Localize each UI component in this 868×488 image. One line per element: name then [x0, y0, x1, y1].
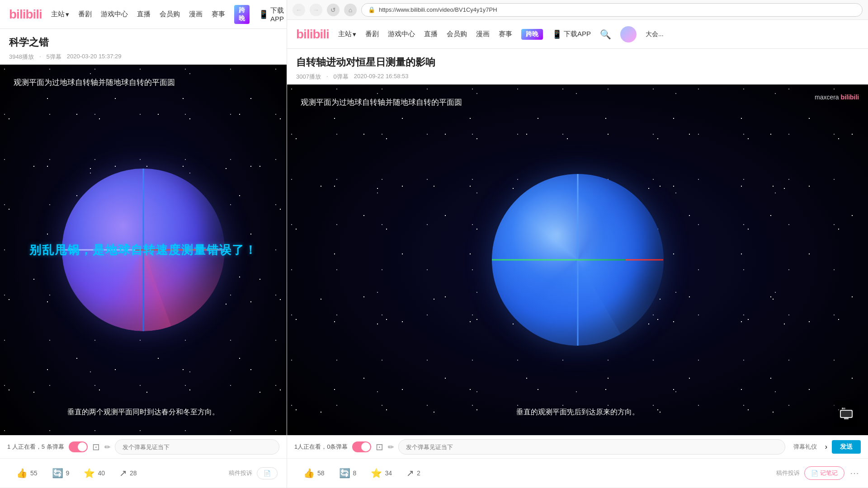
left-share-icon: ↗ [119, 468, 127, 479]
left-video-info: 科学之错 3948播放 · 5弹幕 2020-03-20 15:37:29 [0, 29, 287, 65]
right-nav-highlight[interactable]: 跨晚 [521, 29, 543, 40]
url-bar[interactable]: 🔒 https://www.bilibili.com/video/BV1Cy4y… [361, 3, 863, 17]
left-danmaku-float: 别乱甩锅，是地球自转速度测量错误了！ [29, 242, 257, 258]
nav-series[interactable]: 番剧 [78, 10, 92, 19]
svg-rect-2 [844, 418, 849, 419]
right-panel: ← → ↺ ⌂ 🔒 https://www.bilibili.com/video… [287, 0, 868, 488]
svg-rect-1 [841, 411, 852, 417]
nav-contest[interactable]: 赛事 [212, 10, 225, 19]
left-star-count: 40 [98, 469, 105, 477]
right-globe [492, 174, 664, 346]
back-btn[interactable]: ← [292, 4, 305, 16]
left-share-count: 28 [130, 469, 137, 477]
nav-manga[interactable]: 漫画 [189, 10, 203, 19]
more-btn[interactable]: ⋯ [850, 468, 859, 479]
right-like-count: 58 [317, 469, 325, 477]
right-video-thumb[interactable]: 观测平面为过地球自转轴并随地球自转的平面圆 垂直的观测平面先后到达原来的方向。 … [287, 84, 868, 435]
left-danmaku-input[interactable] [115, 439, 279, 455]
left-video-thumb[interactable]: 观测平面为过地球自转轴并随地球自转的平面圆 垂直的两个观测平面同时到达春分和冬至… [0, 65, 287, 435]
right-nav-game[interactable]: 游戏中心 [388, 30, 415, 38]
left-report-btn[interactable]: 稿件投诉 [224, 466, 257, 480]
nav-game[interactable]: 游戏中心 [101, 10, 128, 19]
nav-home[interactable]: 主站 ▾ [51, 10, 69, 19]
right-nav-vip[interactable]: 会员购 [447, 30, 467, 38]
nav-vip[interactable]: 会员购 [160, 10, 180, 19]
left-coin-btn[interactable]: 🔄 9 [45, 465, 77, 481]
note-icon: 📄 [811, 470, 818, 477]
right-navbar: bilibili 主站 ▾ 番剧 游戏中心 直播 会员购 漫画 赛事 跨晚 📱 … [287, 20, 868, 49]
home-btn[interactable]: ⌂ [344, 4, 357, 16]
left-panel: bilibili 主站 ▾ 番剧 游戏中心 直播 会员购 漫画 赛事 跨晚 📱 … [0, 0, 287, 488]
left-danmaku-bar: 1 人正在看，5 条弹幕 ⊡ ✏ [0, 435, 287, 459]
left-send-icon[interactable]: ✏ [104, 443, 110, 451]
right-action-bar: 👍 58 🔄 8 ⭐ 34 ↗ 2 稿件投诉 📄 记笔记 ⋯ [287, 459, 868, 488]
right-share-icon: ↗ [406, 468, 414, 479]
right-like-btn[interactable]: 👍 58 [296, 465, 332, 481]
right-danmaku-icon[interactable]: ⊡ [376, 441, 383, 452]
refresh-btn[interactable]: ↺ [327, 4, 340, 16]
send-btn[interactable]: 发送 [832, 440, 861, 454]
right-tv-icon[interactable] [834, 401, 859, 426]
forward-btn[interactable]: → [310, 4, 322, 16]
right-coin-btn[interactable]: 🔄 8 [332, 465, 364, 481]
right-nav-home[interactable]: 主站 ▾ [338, 30, 356, 38]
right-video-info: 自转轴进动对恒星日测量的影响 3007播放 · 0弹幕 2020-09-22 1… [287, 49, 868, 84]
right-video-meta: 3007播放 · 0弹幕 2020-09-22 16:58:53 [296, 73, 859, 81]
left-subtitle-bottom: 垂直的两个观测平面同时到达春分和冬至方向。 [67, 408, 219, 417]
left-video-title: 科学之错 [9, 36, 278, 49]
left-collect-icon: 📄 [264, 470, 271, 477]
right-nav-contest[interactable]: 赛事 [499, 30, 512, 38]
right-report-btn[interactable]: 稿件投诉 [772, 466, 804, 480]
nav-live[interactable]: 直播 [137, 10, 151, 19]
svg-point-3 [842, 408, 844, 409]
right-star-icon: ⭐ [371, 468, 382, 479]
left-navbar: bilibili 主站 ▾ 番剧 游戏中心 直播 会员购 漫画 赛事 跨晚 📱 … [0, 0, 287, 29]
right-star-count: 34 [385, 469, 392, 477]
lock-icon: 🔒 [368, 6, 375, 13]
right-star-btn[interactable]: ⭐ 34 [363, 465, 399, 481]
left-like-count: 55 [30, 469, 38, 477]
left-like-icon: 👍 [16, 468, 28, 479]
left-star-btn[interactable]: ⭐ 40 [76, 465, 112, 481]
right-share-btn[interactable]: ↗ 2 [399, 465, 428, 481]
left-subtitle-top: 观测平面为过地球自转轴并随地球自转的平面圆 [14, 77, 175, 88]
right-live-badge: 1人正在看，0条弹幕 [294, 443, 348, 451]
chevron-right-icon: › [825, 443, 827, 451]
right-subtitle-bottom: 垂直的观测平面先后到达原来的方向。 [516, 408, 639, 417]
left-collect-btn[interactable]: 📄 [257, 467, 278, 479]
nav-highlight[interactable]: 跨晚 [234, 5, 250, 24]
right-like-icon: 👍 [303, 468, 315, 479]
right-share-count: 2 [417, 469, 420, 477]
left-star-icon: ⭐ [84, 468, 95, 479]
ceremony-btn[interactable]: 弹幕礼仪 [790, 441, 821, 453]
right-video-title: 自转轴进动对恒星日测量的影响 [296, 56, 859, 69]
right-avatar[interactable] [620, 26, 637, 42]
right-danmaku-input[interactable] [398, 439, 785, 455]
right-nav-download[interactable]: 📱 下载APP [552, 29, 591, 39]
left-video-meta: 3948播放 · 5弹幕 2020-03-20 15:37:29 [9, 53, 278, 61]
right-send-icon[interactable]: ✏ [388, 443, 394, 451]
right-nav-series[interactable]: 番剧 [365, 30, 379, 38]
right-danmaku-toggle[interactable] [352, 441, 371, 452]
left-danmaku-icon[interactable]: ⊡ [92, 441, 100, 452]
right-search-icon[interactable]: 🔍 [600, 29, 611, 40]
right-nav-live[interactable]: 直播 [424, 30, 438, 38]
right-coin-count: 8 [353, 469, 357, 477]
right-danmaku-bar: 1人正在看，0条弹幕 ⊡ ✏ 弹幕礼仪 › 发送 [287, 435, 868, 459]
url-text: https://www.bilibili.com/video/BV1Cy4y1y… [379, 6, 497, 13]
right-bigmember[interactable]: 大会... [646, 30, 664, 38]
left-like-btn[interactable]: 👍 55 [9, 465, 45, 481]
svg-point-4 [844, 408, 845, 409]
left-share-btn[interactable]: ↗ 28 [112, 465, 144, 481]
right-logo[interactable]: bilibili [296, 27, 329, 42]
left-danmaku-toggle[interactable] [69, 441, 88, 452]
right-nav-manga[interactable]: 漫画 [476, 30, 490, 38]
left-coin-icon: 🔄 [52, 468, 63, 479]
left-live-badge: 1 人正在看，5 条弹幕 [7, 443, 64, 451]
nav-download[interactable]: 📱 下载APP [259, 6, 284, 23]
left-logo[interactable]: bilibili [9, 7, 42, 22]
right-subtitle-top: 观测平面为过地球自转轴并随地球自转的平面圆 [301, 97, 462, 108]
left-coin-count: 9 [66, 469, 70, 477]
right-note-btn[interactable]: 📄 记笔记 [804, 466, 844, 480]
right-coin-icon: 🔄 [339, 468, 350, 479]
